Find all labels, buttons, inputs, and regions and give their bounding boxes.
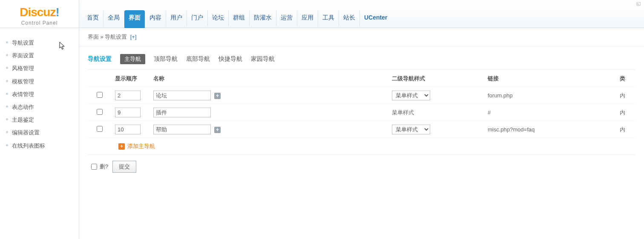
row-checkbox[interactable]: [97, 92, 103, 98]
order-input[interactable]: [115, 91, 141, 100]
breadcrumb-a[interactable]: 界面: [88, 34, 99, 40]
logo-exclaim: !: [55, 6, 59, 19]
table-row: +菜单样式forum.php内: [88, 87, 635, 104]
th-subnav: 二级导航样式: [388, 70, 484, 87]
type-text: 内: [620, 109, 625, 116]
th-order: 显示顺序: [112, 70, 150, 87]
subnav-style-text: 菜单样式: [392, 109, 414, 116]
nav-item-10[interactable]: 应用: [297, 10, 318, 26]
type-text: 内: [620, 126, 625, 133]
submit-button[interactable]: 提交: [112, 161, 136, 173]
breadcrumb-expand[interactable]: [+]: [130, 34, 137, 40]
sidebar-item-1[interactable]: 界面设置: [5, 49, 79, 62]
nav-item-4[interactable]: 用户: [166, 10, 187, 26]
subnav-style-select[interactable]: 菜单样式: [392, 125, 430, 134]
add-main-nav-link[interactable]: 添加主导航: [127, 143, 155, 149]
sidebar: 导航设置界面设置风格管理模板管理表情管理表态动作主题鉴定编辑器设置在线列表图标: [0, 28, 79, 239]
order-input[interactable]: [115, 108, 141, 117]
nav-item-7[interactable]: 群组: [229, 10, 250, 26]
row-checkbox[interactable]: [97, 109, 103, 115]
logo: Discuz! Control Panel: [0, 0, 79, 28]
subnav-style-select[interactable]: 菜单样式: [392, 91, 430, 100]
link-text: forum.php: [488, 92, 513, 99]
logo-subtitle: Control Panel: [21, 20, 58, 26]
nav-table: 显示顺序 名称 二级导航样式 链接 类 +菜单样式forum.php内菜单样式#…: [88, 69, 635, 154]
nav-item-9[interactable]: 运营: [276, 10, 297, 26]
delete-all-checkbox[interactable]: [91, 164, 97, 170]
sidebar-item-7[interactable]: 编辑器设置: [5, 126, 79, 139]
expand-icon[interactable]: +: [214, 93, 221, 99]
table-row: +菜单样式misc.php?mod=faq内: [88, 121, 635, 138]
sidebar-item-6[interactable]: 主题鉴定: [5, 114, 79, 126]
subtab-2[interactable]: 底部导航: [186, 55, 210, 63]
subtab-0[interactable]: 主导航: [120, 54, 145, 64]
th-type: 类: [616, 70, 635, 87]
row-checkbox[interactable]: [97, 126, 103, 132]
th-name: 名称: [150, 70, 388, 87]
link-text: misc.php?mod=faq: [488, 126, 535, 133]
sidebar-item-0[interactable]: 导航设置: [5, 37, 79, 49]
breadcrumb: 界面 » 导航设置 [+]: [79, 28, 644, 46]
nav-item-13[interactable]: UCenter: [360, 10, 391, 26]
subtab-title: 导航设置: [88, 55, 112, 63]
nav-item-11[interactable]: 工具: [318, 10, 339, 26]
name-input[interactable]: [153, 108, 211, 117]
sidebar-item-4[interactable]: 表情管理: [5, 88, 79, 101]
link-text: #: [488, 109, 491, 116]
th-link: 链接: [484, 70, 616, 87]
name-input[interactable]: [153, 91, 211, 100]
nav-item-12[interactable]: 站长: [339, 10, 360, 26]
delete-all-label[interactable]: 删?: [91, 163, 108, 171]
add-row: +添加主导航: [88, 138, 635, 155]
nav-item-8[interactable]: 防灌水: [250, 10, 276, 26]
main-nav: 首页全局界面内容用户门户论坛群组防灌水运营应用工具站长UCenter: [79, 0, 644, 28]
submit-row: 删? 提交: [88, 154, 635, 179]
logo-text: Discuz: [20, 6, 55, 19]
subtab-4[interactable]: 家园导航: [251, 55, 275, 63]
subtab-1[interactable]: 顶部导航: [154, 55, 178, 63]
sidebar-item-3[interactable]: 模板管理: [5, 75, 79, 88]
subtabs: 导航设置 主导航顶部导航底部导航快捷导航家园导航: [79, 46, 644, 69]
th-check: [88, 70, 112, 87]
subtab-3[interactable]: 快捷导航: [218, 55, 242, 63]
sidebar-item-2[interactable]: 风格管理: [5, 62, 79, 75]
order-input[interactable]: [115, 125, 141, 134]
add-icon[interactable]: +: [118, 143, 125, 150]
nav-item-1[interactable]: 全局: [104, 10, 124, 26]
main-content: 界面 » 导航设置 [+] 导航设置 主导航顶部导航底部导航快捷导航家园导航 显…: [79, 28, 644, 239]
breadcrumb-b[interactable]: 导航设置: [105, 34, 127, 40]
nav-item-6[interactable]: 论坛: [208, 10, 229, 26]
delete-label-text: 删?: [100, 163, 108, 171]
type-text: 内: [620, 92, 625, 99]
expand-icon[interactable]: +: [214, 127, 221, 133]
table-row: 菜单样式#内: [88, 104, 635, 121]
collapse-icon[interactable]: ◱: [636, 1, 643, 8]
nav-item-2[interactable]: 界面: [124, 10, 145, 28]
nav-item-0[interactable]: 首页: [83, 10, 104, 26]
nav-item-5[interactable]: 门户: [187, 10, 208, 26]
sidebar-item-8[interactable]: 在线列表图标: [5, 139, 79, 152]
nav-item-3[interactable]: 内容: [145, 10, 166, 26]
sidebar-item-5[interactable]: 表态动作: [5, 101, 79, 114]
name-input[interactable]: [153, 125, 211, 134]
breadcrumb-sep: »: [99, 34, 105, 40]
